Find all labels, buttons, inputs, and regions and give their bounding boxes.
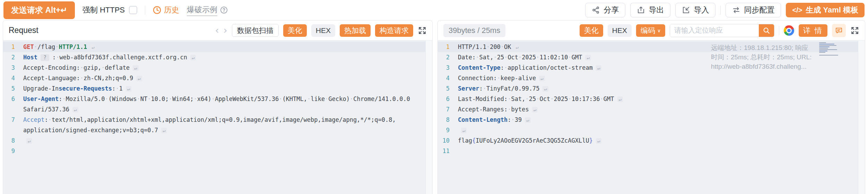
code-line[interactable]: 4Accept-Language:·zh-CN,zh;q=0.9↵ (3, 73, 432, 83)
search-button[interactable] (759, 24, 774, 37)
line-number (3, 125, 23, 135)
code-text: flag{IUFoLy2AOoEGV2G5rAeC3QG5ZcAGXLlU}↵ (458, 135, 601, 146)
force-https-checkbox[interactable] (129, 6, 137, 14)
import-button[interactable]: 导入 (675, 3, 715, 17)
code-line[interactable]: application/signed-exchange;v=b3;q=0.7↵ (3, 125, 432, 135)
share-icon (592, 6, 600, 14)
divider (720, 6, 721, 15)
code-text: Accept-Ranges:·bytes↵ (458, 104, 538, 115)
response-hex-button[interactable]: HEX (608, 24, 632, 37)
request-scrollbar[interactable] (425, 41, 432, 194)
code-line[interactable]: 7Accept-Ranges:·bytes↵ (438, 104, 865, 115)
line-number: 11 (438, 146, 458, 156)
code-line[interactable]: 6User-Agent:·Mozilla/5.0·(Windows·NT·10.… (3, 94, 432, 104)
code-line[interactable]: 5Server:·TinyFat/0.99.75↵ (438, 83, 865, 94)
question-circle-icon (220, 6, 228, 14)
hot-reload-button[interactable]: 热加载 (340, 24, 371, 37)
line-number: 4 (3, 73, 23, 83)
code-line[interactable]: 7Accept:·text/html,application/xhtml+xml… (3, 115, 432, 125)
code-line[interactable]: 3Accept-Encoding:·gzip,·deflate↵ (3, 62, 432, 73)
expand-icon[interactable] (418, 26, 427, 35)
code-line[interactable]: 5Upgrade-Insecure-Requests:·1↵ (3, 83, 432, 94)
details-button[interactable]: 详 情 (799, 24, 827, 37)
beautify-button[interactable]: 美化 (283, 24, 307, 37)
chevron-right-icon[interactable]: › (224, 26, 227, 35)
line-number: 9 (438, 125, 458, 135)
chevron-left-icon[interactable]: ‹ (215, 26, 219, 35)
code-text: Last-Modified:·Sat,·25·Oct·2025·10:17:36… (458, 94, 623, 104)
line-number: 6 (438, 94, 458, 104)
generate-yaml-button[interactable]: </> 生成 Yaml 模板 (786, 3, 865, 17)
code-line[interactable]: 10flag{IUFoLy2AOoEGV2G5rAeC3QG5ZcAGXLlU}… (438, 135, 865, 146)
comment-icon (835, 26, 843, 35)
response-scrollbar[interactable] (858, 41, 865, 194)
send-request-button[interactable]: 发送请求 Alt+↵ (3, 1, 75, 19)
code-line[interactable]: 11 (438, 146, 865, 156)
comment-button[interactable] (832, 24, 846, 37)
packet-scan-button[interactable]: 数据包扫描 (232, 24, 279, 37)
request-panel-header: Request ‹ › 数据包扫描 美化 HEX 热加载 构造请求 (3, 20, 432, 41)
share-button[interactable]: 分享 (585, 3, 625, 17)
line-number: 10 (438, 135, 458, 146)
line-number: 4 (438, 73, 458, 83)
toolbar-left: 发送请求 Alt+↵ 强制 HTTPS 历史 爆破示例 (3, 1, 228, 19)
line-number: 8 (438, 115, 458, 125)
blast-example-label: 爆破示例 (187, 5, 217, 16)
sync-config-button[interactable]: 同步配置 (726, 3, 781, 17)
code-line[interactable]: Safari/537.36↵ (3, 104, 432, 115)
panels-container: Request ‹ › 数据包扫描 美化 HEX 热加载 构造请求 1GET·/… (0, 20, 868, 194)
code-text: Host?:·web-a8bfd7363f.challenge.xctf.org… (23, 52, 196, 62)
code-text: application/signed-exchange;v=b3;q=0.7↵ (23, 125, 167, 135)
request-editor[interactable]: 1GET·/flag·HTTP/1.1↵2Host?:·web-a8bfd736… (3, 41, 432, 194)
sync-config-label: 同步配置 (744, 5, 774, 15)
code-text: GET·/flag·HTTP/1.1↵ (23, 42, 96, 52)
response-panel-header: 39bytes / 25ms 美化 HEX 编码 ∨ (438, 20, 865, 41)
code-line[interactable]: 4Connection:·keep-alive↵ (438, 73, 865, 83)
code-line[interactable]: 6Last-Modified:·Sat,·25·Oct·2025·10:17:3… (438, 94, 865, 104)
response-beautify-button[interactable]: 美化 (580, 24, 603, 37)
export-button[interactable]: 导出 (630, 3, 670, 17)
code-line[interactable]: 2Host?:·web-a8bfd7363f.challenge.xctf.or… (3, 52, 432, 62)
code-line[interactable]: 9↵ (438, 125, 865, 135)
code-text: ↵ (23, 135, 32, 146)
line-number: 2 (3, 52, 23, 62)
hex-button[interactable]: HEX (311, 24, 335, 37)
minimap[interactable] (819, 42, 839, 56)
sync-icon (732, 6, 740, 14)
request-panel: Request ‹ › 数据包扫描 美化 HEX 热加载 构造请求 1GET·/… (3, 20, 433, 194)
line-number: 5 (438, 83, 458, 94)
response-search-box (670, 24, 774, 37)
code-text: Server:·TinyFat/0.99.75↵ (458, 83, 548, 94)
export-icon (637, 6, 645, 14)
expand-icon[interactable] (850, 26, 859, 35)
code-text: Accept-Language:·zh-CN,zh;q=0.9↵ (23, 73, 142, 83)
export-label: 导出 (649, 5, 664, 15)
chevron-down-icon: ∨ (657, 28, 661, 33)
code-line[interactable]: 9 (3, 146, 432, 156)
code-text: Accept:·text/html,application/xhtml+xml,… (23, 115, 396, 125)
generate-yaml-label: 生成 Yaml 模板 (806, 5, 858, 15)
blast-example-link[interactable]: 爆破示例 (187, 5, 228, 16)
response-editor[interactable]: 1HTTP/1.1·200·OK↵2Date:·Sat,·25·Oct·2025… (438, 41, 865, 194)
share-label: 分享 (604, 5, 619, 15)
construct-request-button[interactable]: 构造请求 (375, 24, 413, 37)
response-search-input[interactable] (670, 24, 759, 37)
line-number: 9 (3, 146, 23, 156)
code-text: User-Agent:·Mozilla/5.0·(Windows·NT·10.0… (23, 94, 410, 104)
code-icon: </> (792, 6, 802, 14)
response-size-time-badge: 39bytes / 25ms (443, 24, 505, 37)
chrome-icon[interactable] (784, 25, 794, 36)
divider (779, 26, 779, 35)
code-line[interactable]: 8↵ (3, 135, 432, 146)
code-text: Upgrade-Insecure-Requests:·1↵ (23, 83, 131, 94)
code-line[interactable]: 8Content-Length:·39↵ (438, 115, 865, 125)
request-editor-lines: 1GET·/flag·HTTP/1.1↵2Host?:·web-a8bfd736… (3, 42, 432, 156)
history-button[interactable]: 历史 (153, 5, 179, 15)
request-title: Request (9, 26, 38, 35)
response-network-info: 远端地址：198.18.1.215:80; 响应时间：25ms; 总耗时：25m… (711, 43, 812, 71)
line-number: 1 (3, 42, 23, 52)
line-number: 7 (3, 115, 23, 125)
encode-dropdown-button[interactable]: 编码 ∨ (636, 24, 665, 37)
code-line[interactable]: 1GET·/flag·HTTP/1.1↵ (3, 42, 432, 52)
top-toolbar: 发送请求 Alt+↵ 强制 HTTPS 历史 爆破示例 (0, 0, 868, 20)
